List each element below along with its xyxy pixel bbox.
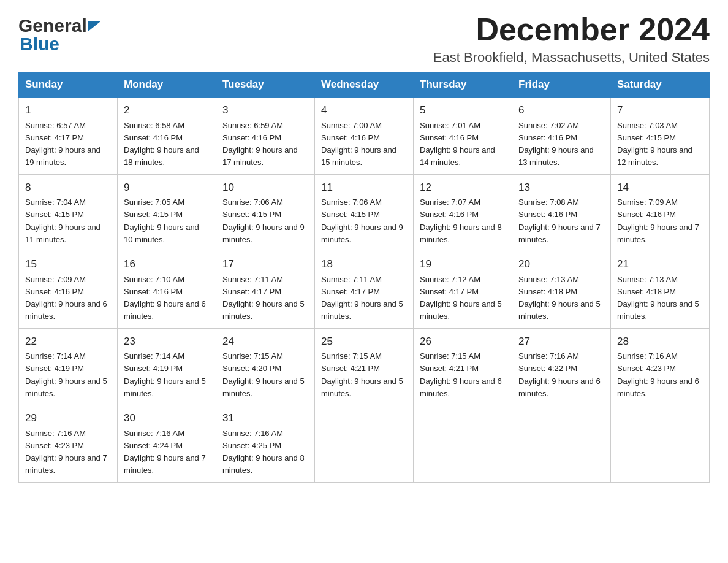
calendar-cell: 31Sunrise: 7:16 AMSunset: 4:25 PMDayligh… — [216, 405, 315, 483]
day-number: 15 — [25, 256, 111, 272]
day-info: Sunrise: 7:00 AMSunset: 4:16 PMDaylight:… — [321, 121, 396, 167]
day-number: 8 — [25, 180, 111, 196]
calendar-cell: 2Sunrise: 6:58 AMSunset: 4:16 PMDaylight… — [118, 98, 216, 175]
day-number: 22 — [25, 334, 111, 350]
day-number: 19 — [420, 256, 506, 272]
day-number: 1 — [25, 102, 111, 118]
day-number: 5 — [420, 102, 506, 118]
day-info: Sunrise: 7:11 AMSunset: 4:17 PMDaylight:… — [222, 275, 305, 321]
day-info: Sunrise: 7:16 AMSunset: 4:23 PMDaylight:… — [617, 351, 699, 398]
calendar-cell: 3Sunrise: 6:59 AMSunset: 4:16 PMDaylight… — [216, 98, 315, 175]
day-info: Sunrise: 7:15 AMSunset: 4:20 PMDaylight:… — [222, 351, 305, 398]
day-info: Sunrise: 7:02 AMSunset: 4:16 PMDaylight:… — [518, 121, 594, 167]
day-info: Sunrise: 7:11 AMSunset: 4:17 PMDaylight:… — [321, 275, 403, 321]
calendar-cell: 1Sunrise: 6:57 AMSunset: 4:17 PMDaylight… — [19, 98, 118, 175]
day-info: Sunrise: 7:06 AMSunset: 4:15 PMDaylight:… — [321, 197, 403, 244]
day-info: Sunrise: 7:09 AMSunset: 4:16 PMDaylight:… — [25, 275, 107, 321]
calendar-cell: 15Sunrise: 7:09 AMSunset: 4:16 PMDayligh… — [19, 251, 118, 329]
logo-arrow-icon — [88, 21, 100, 31]
day-info: Sunrise: 7:16 AMSunset: 4:25 PMDaylight:… — [222, 429, 305, 475]
day-info: Sunrise: 7:13 AMSunset: 4:18 PMDaylight:… — [617, 275, 699, 321]
day-info: Sunrise: 6:59 AMSunset: 4:16 PMDaylight:… — [222, 121, 298, 167]
month-title: December 2024 — [433, 12, 710, 47]
day-info: Sunrise: 7:14 AMSunset: 4:19 PMDaylight:… — [124, 351, 206, 398]
day-number: 25 — [321, 334, 407, 350]
day-info: Sunrise: 7:12 AMSunset: 4:17 PMDaylight:… — [420, 275, 502, 321]
day-number: 28 — [617, 334, 703, 350]
calendar-week-row: 15Sunrise: 7:09 AMSunset: 4:16 PMDayligh… — [19, 251, 710, 329]
logo-blue-text: Blue — [20, 34, 59, 55]
calendar-cell: 4Sunrise: 7:00 AMSunset: 4:16 PMDaylight… — [315, 98, 414, 175]
calendar-week-row: 29Sunrise: 7:16 AMSunset: 4:23 PMDayligh… — [19, 405, 710, 483]
day-header-tuesday: Tuesday — [216, 72, 315, 98]
calendar-cell: 28Sunrise: 7:16 AMSunset: 4:23 PMDayligh… — [611, 328, 710, 405]
calendar-cell: 25Sunrise: 7:15 AMSunset: 4:21 PMDayligh… — [315, 328, 414, 405]
day-header-saturday: Saturday — [611, 72, 710, 98]
day-number: 18 — [321, 256, 407, 272]
day-number: 24 — [222, 334, 308, 350]
day-number: 29 — [25, 410, 111, 426]
day-number: 20 — [518, 256, 604, 272]
day-number: 4 — [321, 102, 407, 118]
day-info: Sunrise: 6:57 AMSunset: 4:17 PMDaylight:… — [25, 121, 100, 167]
calendar-cell: 30Sunrise: 7:16 AMSunset: 4:24 PMDayligh… — [118, 405, 216, 483]
day-number: 30 — [124, 410, 210, 426]
calendar-cell: 29Sunrise: 7:16 AMSunset: 4:23 PMDayligh… — [19, 405, 118, 483]
day-info: Sunrise: 6:58 AMSunset: 4:16 PMDaylight:… — [124, 121, 199, 167]
calendar-cell — [512, 405, 611, 483]
day-info: Sunrise: 7:03 AMSunset: 4:15 PMDaylight:… — [617, 121, 692, 167]
day-number: 16 — [124, 256, 210, 272]
calendar-cell: 16Sunrise: 7:10 AMSunset: 4:16 PMDayligh… — [118, 251, 216, 329]
svg-marker-0 — [88, 21, 100, 31]
calendar-cell: 13Sunrise: 7:08 AMSunset: 4:16 PMDayligh… — [512, 174, 611, 251]
calendar-cell: 7Sunrise: 7:03 AMSunset: 4:15 PMDaylight… — [611, 98, 710, 175]
day-info: Sunrise: 7:16 AMSunset: 4:22 PMDaylight:… — [518, 351, 601, 398]
calendar-cell: 27Sunrise: 7:16 AMSunset: 4:22 PMDayligh… — [512, 328, 611, 405]
location-title: East Brookfield, Massachusetts, United S… — [433, 50, 710, 66]
day-number: 17 — [222, 256, 308, 272]
calendar-cell: 19Sunrise: 7:12 AMSunset: 4:17 PMDayligh… — [414, 251, 512, 329]
day-number: 10 — [222, 180, 308, 196]
calendar-week-row: 8Sunrise: 7:04 AMSunset: 4:15 PMDaylight… — [19, 174, 710, 251]
day-number: 26 — [420, 334, 506, 350]
day-info: Sunrise: 7:10 AMSunset: 4:16 PMDaylight:… — [124, 275, 206, 321]
day-info: Sunrise: 7:13 AMSunset: 4:18 PMDaylight:… — [518, 275, 601, 321]
day-number: 27 — [518, 334, 604, 350]
calendar-cell: 12Sunrise: 7:07 AMSunset: 4:16 PMDayligh… — [414, 174, 512, 251]
day-number: 21 — [617, 256, 703, 272]
day-info: Sunrise: 7:16 AMSunset: 4:24 PMDaylight:… — [124, 429, 206, 475]
day-info: Sunrise: 7:15 AMSunset: 4:21 PMDaylight:… — [321, 351, 403, 398]
day-header-wednesday: Wednesday — [315, 72, 414, 98]
calendar-cell: 18Sunrise: 7:11 AMSunset: 4:17 PMDayligh… — [315, 251, 414, 329]
day-number: 12 — [420, 180, 506, 196]
day-number: 2 — [124, 102, 210, 118]
day-number: 31 — [222, 410, 308, 426]
calendar-cell: 26Sunrise: 7:15 AMSunset: 4:21 PMDayligh… — [414, 328, 512, 405]
day-info: Sunrise: 7:09 AMSunset: 4:16 PMDaylight:… — [617, 197, 699, 244]
calendar-cell — [414, 405, 512, 483]
calendar-header-row: SundayMondayTuesdayWednesdayThursdayFrid… — [19, 72, 710, 98]
calendar-cell: 6Sunrise: 7:02 AMSunset: 4:16 PMDaylight… — [512, 98, 611, 175]
calendar-table: SundayMondayTuesdayWednesdayThursdayFrid… — [18, 72, 710, 483]
day-info: Sunrise: 7:04 AMSunset: 4:15 PMDaylight:… — [25, 197, 100, 244]
calendar-cell: 10Sunrise: 7:06 AMSunset: 4:15 PMDayligh… — [216, 174, 315, 251]
calendar-cell: 9Sunrise: 7:05 AMSunset: 4:15 PMDaylight… — [118, 174, 216, 251]
calendar-cell: 23Sunrise: 7:14 AMSunset: 4:19 PMDayligh… — [118, 328, 216, 405]
day-info: Sunrise: 7:07 AMSunset: 4:16 PMDaylight:… — [420, 197, 502, 244]
day-number: 7 — [617, 102, 703, 118]
day-info: Sunrise: 7:06 AMSunset: 4:15 PMDaylight:… — [222, 197, 305, 244]
day-info: Sunrise: 7:15 AMSunset: 4:21 PMDaylight:… — [420, 351, 502, 398]
calendar-cell: 24Sunrise: 7:15 AMSunset: 4:20 PMDayligh… — [216, 328, 315, 405]
calendar-cell: 8Sunrise: 7:04 AMSunset: 4:15 PMDaylight… — [19, 174, 118, 251]
calendar-cell — [315, 405, 414, 483]
calendar-week-row: 22Sunrise: 7:14 AMSunset: 4:19 PMDayligh… — [19, 328, 710, 405]
day-info: Sunrise: 7:08 AMSunset: 4:16 PMDaylight:… — [518, 197, 601, 244]
calendar-cell: 14Sunrise: 7:09 AMSunset: 4:16 PMDayligh… — [611, 174, 710, 251]
day-number: 14 — [617, 180, 703, 196]
day-number: 3 — [222, 102, 308, 118]
calendar-cell: 5Sunrise: 7:01 AMSunset: 4:16 PMDaylight… — [414, 98, 512, 175]
calendar-cell: 17Sunrise: 7:11 AMSunset: 4:17 PMDayligh… — [216, 251, 315, 329]
day-header-monday: Monday — [118, 72, 216, 98]
day-number: 9 — [124, 180, 210, 196]
day-number: 23 — [124, 334, 210, 350]
